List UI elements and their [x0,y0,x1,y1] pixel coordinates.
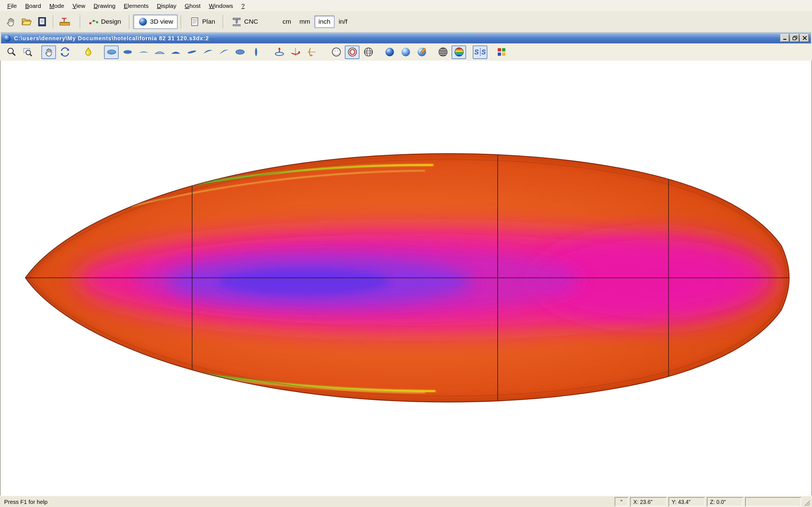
render-shaded-button[interactable] [382,45,397,59]
zoom-button[interactable] [4,45,18,59]
menu-file[interactable]: File [3,2,21,10]
menu-help[interactable]: ? [237,2,249,10]
palette-icon [496,47,507,57]
render-red-outline-icon [347,47,358,57]
flow-lines-button[interactable]: SS [473,45,487,59]
unit-mm-button[interactable]: mm [295,15,314,28]
menu-display[interactable]: Display [153,2,181,10]
menu-view[interactable]: View [68,2,90,10]
open-file-button[interactable] [18,14,34,30]
unit-inch-button[interactable]: inch [314,15,335,28]
slice-a-icon [186,47,197,57]
board-render [1,61,811,496]
slice-b-icon [202,47,213,57]
3dview-mode-button[interactable]: 3D view [133,14,178,29]
status-x-pane: X: 23.6" [630,497,666,506]
render-wireframe-icon [363,47,374,57]
ruler-icon [59,16,70,27]
rotate-y-button[interactable] [288,45,302,59]
slice-c-button[interactable] [216,45,231,59]
flip-icon [274,47,285,57]
resize-grip[interactable] [803,497,811,506]
render-plain-button[interactable] [329,45,343,59]
save-notebook-icon [36,16,48,27]
dimensions-button[interactable] [57,14,72,30]
separator [181,15,182,29]
design-mode-button[interactable]: Design [84,14,126,29]
deck-view-icon [122,47,133,57]
document-icon [3,34,11,42]
side-view-icon [138,47,149,57]
app-window: File Board Mode View Drawing Elements Di… [0,0,812,507]
deck-view-button[interactable] [120,45,135,59]
render-rainbow-button[interactable] [452,45,466,59]
pan-button[interactable] [42,45,56,59]
cross-section-button[interactable] [249,45,263,59]
cnc-machine-icon [232,17,242,27]
plan-label: Plan [202,18,215,25]
pan-hand-icon [43,47,54,57]
zoom-icon [6,47,17,57]
hand-icon [5,16,16,27]
minimize-button[interactable] [780,34,789,42]
menu-drawing[interactable]: Drawing [89,2,119,10]
restore-button[interactable] [790,34,799,42]
render-paint-button[interactable] [414,45,428,59]
menu-mode[interactable]: Mode [45,2,68,10]
cnc-mode-button[interactable]: CNC [227,14,263,29]
slice-a-button[interactable] [185,45,199,59]
back-view-button[interactable] [168,45,183,59]
document-title-bar[interactable]: C:\users\dennery\My Documents\hotelcalif… [1,33,811,44]
status-bar: Press F1 for help " X: 23.6" Y: 43.4" Z:… [0,496,812,507]
board-canvas[interactable] [0,61,812,496]
render-paint-icon [416,47,427,57]
unit-inf-button[interactable]: in/f [335,15,351,28]
status-help-text: Press F1 for help [0,499,615,505]
open-folder-icon [20,16,32,27]
menu-windows[interactable]: Windows [205,2,237,10]
design-label: Design [101,18,121,25]
cnc-label: CNC [244,18,258,25]
menu-board[interactable]: Board [21,2,45,10]
menu-ghost[interactable]: Ghost [181,2,205,10]
rotate-x-button[interactable] [304,45,318,59]
render-shaded-icon [384,47,395,57]
plan-mode-button[interactable]: Plan [185,14,220,29]
sphere-icon [138,17,148,27]
top-view-icon [106,47,117,57]
back-view-icon [170,47,181,57]
status-y-pane: Y: 43.4" [668,497,705,506]
zoom-window-button[interactable] [20,45,35,59]
render-shaded-light-button[interactable] [398,45,412,59]
render-red-outline-button[interactable] [345,45,359,59]
render-stripes-icon [437,47,448,57]
rotate-x-icon [306,47,317,57]
slice-b-button[interactable] [200,45,215,59]
document-title: C:\users\dennery\My Documents\hotelcalif… [14,35,780,41]
flip-button[interactable] [272,45,286,59]
unit-cm-button[interactable]: cm [278,15,295,28]
hand-tool-button[interactable] [3,14,18,30]
top-view-button[interactable] [104,45,118,59]
light-button[interactable] [81,45,95,59]
3dview-label: 3D view [150,18,173,25]
front-view-button[interactable] [152,45,167,59]
menu-elements[interactable]: Elements [119,2,153,10]
render-stripes-button[interactable] [436,45,450,59]
orbit-button[interactable] [57,45,72,59]
rotate-y-icon [290,47,301,57]
palette-button[interactable] [494,45,508,59]
close-button[interactable] [800,34,809,42]
render-wireframe-button[interactable] [361,45,375,59]
render-rainbow-icon [453,47,464,57]
restore-icon [792,36,797,41]
save-button[interactable] [34,14,50,30]
render-shaded-light-icon [400,47,411,57]
front-view-icon [154,47,165,57]
cross-section-icon [250,47,261,57]
lens-view-button[interactable] [233,45,247,59]
side-view-button[interactable] [136,45,151,59]
light-icon [83,47,94,57]
close-icon [802,36,807,41]
zoom-window-icon [22,47,33,57]
